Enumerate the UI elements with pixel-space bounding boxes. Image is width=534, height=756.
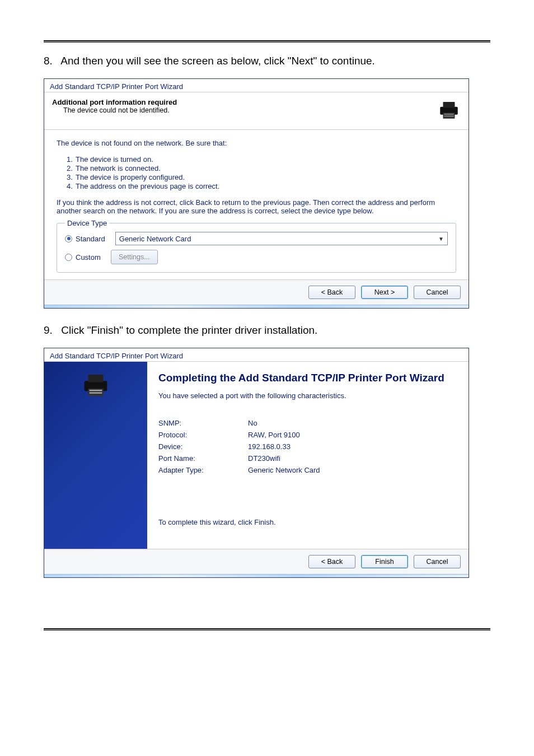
svg-rect-1 — [443, 102, 455, 108]
port-wizard-completing-dialog: Add Standard TCP/IP Printer Port Wizard … — [44, 348, 469, 578]
header-subtitle: The device could not be identified. — [52, 106, 177, 114]
page-rule-top — [44, 40, 490, 43]
completing-subtitle: You have selected a port with the follow… — [158, 391, 455, 400]
kv-key: Adapter Type: — [158, 466, 248, 474]
back-button[interactable]: < Back — [308, 286, 355, 299]
list-item: 3.The device is properly configured. — [67, 173, 456, 181]
table-row: SNMP:No — [158, 419, 455, 427]
group-legend: Device Type — [65, 219, 109, 227]
kv-value: No — [248, 419, 257, 427]
wizard-side-art — [44, 362, 147, 549]
completing-heading: Completing the Add Standard TCP/IP Print… — [158, 372, 455, 385]
back-button[interactable]: < Back — [308, 555, 355, 568]
next-button[interactable]: Next > — [361, 286, 408, 299]
dialog-bottom-border — [44, 305, 469, 308]
cancel-button[interactable]: Cancel — [414, 286, 461, 299]
list-item: 4.The address on the previous page is co… — [67, 182, 456, 190]
radio-row-custom: Custom Settings... — [65, 250, 448, 264]
svg-rect-9 — [90, 393, 102, 394]
svg-rect-6 — [88, 375, 104, 382]
dialog-body: The device is not found on the network. … — [44, 130, 469, 279]
body-intro: The device is not found on the network. … — [57, 139, 456, 147]
checklist: 1.The device is turned on. 2.The network… — [57, 155, 456, 190]
svg-rect-3 — [444, 114, 454, 115]
radio-label-text: Standard — [76, 235, 105, 243]
svg-rect-8 — [90, 390, 102, 391]
kv-key: Protocol: — [158, 431, 248, 439]
step-text: Click "Finish" to complete the printer d… — [61, 324, 317, 336]
radio-row-standard: Standard Generic Network Card ▼ — [65, 232, 448, 245]
table-row: Port Name:DT230wifi — [158, 454, 455, 463]
dialog-title: Add Standard TCP/IP Printer Port Wizard — [44, 348, 469, 362]
radio-icon — [65, 235, 72, 242]
body-instruction: If you think the address is not correct,… — [57, 198, 456, 215]
radio-custom[interactable]: Custom — [65, 253, 101, 262]
instruction-step-8: 8. And then you will see the screen as b… — [44, 55, 490, 67]
kv-value: 192.168.0.33 — [248, 442, 291, 451]
combo-value: Generic Network Card — [119, 235, 191, 243]
port-characteristics: SNMP:No Protocol:RAW, Port 9100 Device:1… — [158, 419, 455, 474]
instruction-step-9: 9. Click "Finish" to complete the printe… — [44, 324, 490, 337]
completing-foot: To complete this wizard, click Finish. — [158, 518, 455, 526]
kv-value: RAW, Port 9100 — [248, 431, 300, 439]
svg-rect-4 — [444, 116, 454, 117]
list-item: 2.The network is connected. — [67, 164, 456, 172]
kv-key: Device: — [158, 442, 248, 451]
kv-value: DT230wifi — [248, 454, 280, 463]
chevron-down-icon: ▼ — [438, 236, 444, 242]
dialog-header: Additional port information required The… — [44, 92, 469, 130]
table-row: Device:192.168.0.33 — [158, 442, 455, 451]
dialog-footer: < Back Next > Cancel — [44, 279, 469, 305]
kv-key: Port Name: — [158, 454, 248, 463]
device-type-combo[interactable]: Generic Network Card ▼ — [115, 232, 448, 245]
settings-button[interactable]: Settings... — [111, 250, 158, 264]
page-rule-bottom — [44, 628, 490, 631]
kv-value: Generic Network Card — [248, 466, 320, 474]
device-type-group: Device Type Standard Generic Network Car… — [57, 223, 456, 273]
printer-icon — [81, 370, 111, 400]
printer-icon — [437, 98, 461, 122]
radio-label-text: Custom — [76, 253, 101, 262]
finish-button[interactable]: Finish — [361, 555, 408, 568]
radio-icon — [65, 254, 72, 261]
dialog-title: Add Standard TCP/IP Printer Port Wizard — [44, 79, 469, 92]
table-row: Protocol:RAW, Port 9100 — [158, 431, 455, 439]
table-row: Adapter Type:Generic Network Card — [158, 466, 455, 474]
step-text: And then you will see the screen as belo… — [60, 55, 375, 67]
step-number: 8. — [44, 55, 58, 67]
radio-standard[interactable]: Standard — [65, 235, 105, 243]
dialog-footer: < Back Finish Cancel — [44, 549, 469, 574]
port-wizard-additional-info-dialog: Add Standard TCP/IP Printer Port Wizard … — [44, 78, 469, 309]
header-title: Additional port information required — [52, 98, 177, 106]
step-number: 9. — [44, 324, 58, 337]
list-item: 1.The device is turned on. — [67, 155, 456, 164]
kv-key: SNMP: — [158, 419, 248, 427]
cancel-button[interactable]: Cancel — [414, 555, 461, 568]
dialog-body: Completing the Add Standard TCP/IP Print… — [44, 362, 469, 549]
dialog-bottom-border — [44, 574, 469, 577]
